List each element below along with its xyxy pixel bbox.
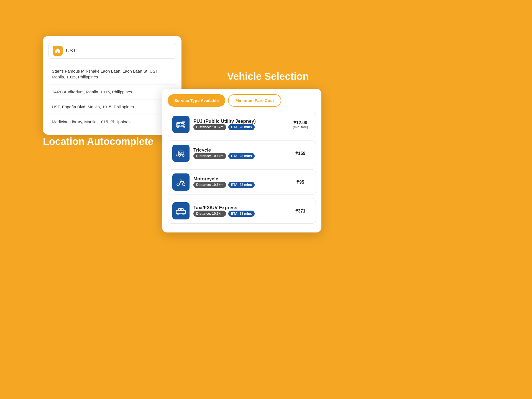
vehicle-selection-title: Vehicle Selection bbox=[227, 71, 309, 82]
svg-point-24 bbox=[183, 213, 185, 215]
taxi-icon bbox=[172, 202, 190, 219]
fare-jeepney: ₱12.00 (min. fare) bbox=[285, 112, 316, 137]
tab-service-type[interactable]: Service Type Available bbox=[168, 94, 225, 107]
distance-badge-motorcycle: Distance: 10.6km bbox=[193, 182, 226, 188]
suggestions-list: Starr's Famous Milkshake Laon Laan, Laon… bbox=[48, 64, 176, 129]
tab-header: Service Type Available Minimum Fare Cost bbox=[168, 94, 316, 107]
svg-point-11 bbox=[182, 155, 184, 157]
suggestion-item[interactable]: Medicine Library, Manila, 1015, Philippi… bbox=[48, 114, 176, 129]
suggestion-item[interactable]: TARC Auditorium, Manila, 1015, Philippin… bbox=[48, 84, 176, 99]
vehicle-name-motorcycle: Motorcycle bbox=[193, 176, 255, 182]
vehicle-row-jeepney[interactable]: PUJ (Public Utility Jeepney) Distance: 1… bbox=[168, 112, 316, 137]
jeepney-icon bbox=[172, 116, 190, 133]
motorcycle-icon bbox=[172, 173, 190, 191]
distance-badge-tricycle: Distance: 10.6km bbox=[193, 153, 226, 159]
svg-rect-1 bbox=[177, 124, 180, 126]
svg-rect-25 bbox=[180, 208, 182, 209]
svg-point-18 bbox=[180, 180, 182, 182]
vehicle-name-taxi: Taxi/FX/UV Express bbox=[193, 205, 255, 211]
fare-taxi: ₱371 bbox=[285, 198, 316, 223]
autocomplete-card: UST Starr's Famous Milkshake Laon Laan, … bbox=[43, 36, 181, 135]
vehicle-selection-card: Service Type Available Minimum Fare Cost bbox=[162, 89, 321, 232]
search-bar[interactable]: UST bbox=[48, 43, 176, 59]
vehicle-row-taxi[interactable]: Taxi/FX/UV Express Distance: 10.6km ETA:… bbox=[168, 198, 316, 224]
vehicle-info-motorcycle: Motorcycle Distance: 10.6km ETA: 28 mins bbox=[168, 170, 285, 195]
svg-point-10 bbox=[179, 155, 181, 157]
eta-badge-tricycle: ETA: 28 mins bbox=[228, 153, 255, 159]
svg-point-16 bbox=[177, 183, 180, 186]
vehicle-row-motorcycle[interactable]: Motorcycle Distance: 10.6km ETA: 28 mins… bbox=[168, 169, 316, 195]
vehicle-info-taxi: Taxi/FX/UV Express Distance: 10.6km ETA:… bbox=[168, 198, 285, 223]
home-icon bbox=[53, 46, 63, 56]
fare-tricycle: ₱159 bbox=[285, 141, 316, 166]
vehicle-info-jeepney: PUJ (Public Utility Jeepney) Distance: 1… bbox=[168, 112, 285, 137]
search-input-value: UST bbox=[66, 48, 76, 54]
svg-rect-9 bbox=[180, 152, 181, 154]
eta-badge-motorcycle: ETA: 28 mins bbox=[228, 182, 255, 188]
suggestion-item[interactable]: UST, España Blvd, Manila, 1015, Philippi… bbox=[48, 99, 176, 114]
vehicle-info-tricycle: Tricycle Distance: 10.6km ETA: 28 mins bbox=[168, 141, 285, 166]
distance-badge-jeepney: Distance: 10.6km bbox=[193, 124, 226, 130]
svg-point-4 bbox=[183, 127, 185, 128]
tricycle-icon bbox=[172, 145, 190, 162]
distance-badge-taxi: Distance: 10.6km bbox=[193, 211, 226, 217]
svg-point-23 bbox=[178, 213, 180, 215]
tab-min-fare[interactable]: Minimum Fare Cost bbox=[228, 94, 281, 107]
eta-badge-taxi: ETA: 28 mins bbox=[228, 211, 255, 217]
vehicle-row-tricycle[interactable]: Tricycle Distance: 10.6km ETA: 28 mins ₱… bbox=[168, 140, 316, 166]
eta-badge-jeepney: ETA: 28 mins bbox=[228, 124, 255, 130]
svg-point-17 bbox=[182, 183, 185, 186]
autocomplete-section-label: Location Autocomplete bbox=[43, 136, 154, 147]
fare-motorcycle: ₱95 bbox=[285, 170, 316, 195]
svg-rect-2 bbox=[181, 124, 184, 126]
vehicle-name-jeepney: PUJ (Public Utility Jeepney) bbox=[193, 119, 256, 124]
suggestion-item[interactable]: Starr's Famous Milkshake Laon Laan, Laon… bbox=[48, 64, 176, 84]
vehicle-name-tricycle: Tricycle bbox=[193, 147, 255, 153]
svg-point-3 bbox=[178, 127, 179, 128]
